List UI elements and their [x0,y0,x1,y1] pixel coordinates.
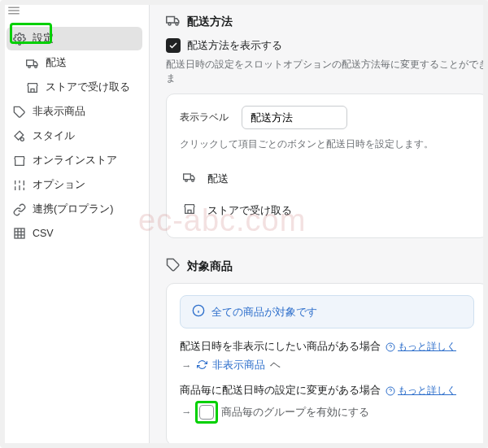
store-front-icon [13,154,26,167]
sidebar-item-settings[interactable]: 設定 [7,27,142,50]
svg-point-21 [168,23,171,25]
delivery-method-shipping[interactable]: 配送 [180,163,474,194]
section-title: 対象商品 [187,259,233,274]
delivery-method-pickup[interactable]: ストアで受け取る [180,194,474,226]
sidebar-label: 配送 [46,56,67,70]
arrow-icon: → [181,360,192,372]
sliders-icon [13,179,26,192]
tag-icon [166,258,181,275]
block1-text: 配送日時を非表示にしたい商品がある場合 [180,340,381,354]
delivery-desc: 配送日時の設定をスロットオプションの配送方法毎に変更することができま [166,58,488,85]
svg-rect-4 [27,60,34,66]
svg-point-25 [192,180,194,182]
sidebar-item-online-store[interactable]: オンラインストア [7,149,142,172]
method-label: ストアで受け取る [207,203,292,218]
delivery-card: 表示ラベル クリックして項目ごとのボタンと配送日時を設定します。 配送 ストアで… [166,94,488,238]
he-text: ヘ [270,359,281,372]
method-label: 配送 [207,172,229,186]
display-label-title: 表示ラベル [180,111,232,124]
truck-icon [166,13,181,30]
sidebar-item-csv[interactable]: CSV [7,222,142,245]
more-link[interactable]: もっと詳しく [386,340,456,354]
sidebar-item-hidden-products[interactable]: 非表示商品 [7,100,142,124]
checkbox-show-delivery[interactable] [166,38,181,53]
sidebar-label: 連携(プロプラン) [33,202,113,216]
more-link[interactable]: もっと詳しく [386,384,456,398]
sidebar-label: オンラインストア [33,154,117,167]
svg-point-5 [28,65,31,67]
hamburger-icon[interactable] [0,0,149,24]
svg-point-24 [185,180,188,182]
info-banner: 全ての商品が対象です [180,295,474,328]
svg-rect-20 [167,17,175,24]
highlight-marker-checkbox [197,402,216,422]
click-help: クリックして項目ごとのボタンと配送日時を設定します。 [180,137,474,151]
svg-point-8 [20,137,24,141]
paint-icon [13,130,26,143]
svg-rect-23 [184,174,191,180]
display-label-input[interactable] [242,106,347,129]
svg-point-6 [35,65,37,67]
delivery-section: 配送方法 配送方法を表示する 配送日時の設定をスロットオプションの配送方法毎に変… [166,13,488,238]
store-icon [183,202,196,218]
svg-rect-15 [15,228,24,238]
arrow-icon: → [181,407,192,418]
refresh-icon [197,359,207,372]
info-text: 全ての商品が対象です [211,305,317,320]
truck-icon [26,57,39,70]
sidebar: 設定 配送 ストアで受け取る 非表示商品 スタイル オンラインストア [0,0,150,448]
target-section: 対象商品 全ての商品が対象です 配送日時を非表示にしたい商品がある場合 もっと詳… [166,258,488,446]
sidebar-label: 非表示商品 [33,105,85,119]
sidebar-item-integration[interactable]: 連携(プロプラン) [7,198,142,221]
enable-groups-label: 商品毎のグループを有効にする [221,406,369,420]
sidebar-label: 設定 [33,32,54,46]
sidebar-label: オプション [33,178,85,192]
section-title: 配送方法 [187,15,233,29]
target-card: 全ての商品が対象です 配送日時を非表示にしたい商品がある場合 もっと詳しく → … [166,283,488,446]
sidebar-item-options[interactable]: オプション [7,173,142,197]
hidden-products-link[interactable]: 非表示商品 [212,359,265,372]
gear-icon [13,33,26,46]
link-icon [13,203,26,216]
sidebar-label: CSV [33,228,54,239]
sidebar-item-pickup[interactable]: ストアで受け取る [7,76,142,99]
tag-icon [13,106,26,119]
show-delivery-label: 配送方法を表示する [187,38,282,53]
sidebar-item-delivery[interactable]: 配送 [7,51,142,75]
store-icon [26,81,39,94]
truck-icon [183,171,196,186]
checkbox-enable-groups[interactable] [199,405,214,420]
table-icon [13,227,26,240]
block2-text: 商品毎に配送日時の設定に変更がある場合 [180,384,381,398]
sidebar-item-style[interactable]: スタイル [7,124,142,148]
sidebar-label: スタイル [33,129,75,143]
sidebar-label: ストアで受け取る [46,80,130,94]
svg-point-22 [176,23,178,25]
info-icon [192,304,205,320]
svg-point-3 [18,37,21,41]
main-content: 配送方法 配送方法を表示する 配送日時の設定をスロットオプションの配送方法毎に変… [150,0,488,448]
